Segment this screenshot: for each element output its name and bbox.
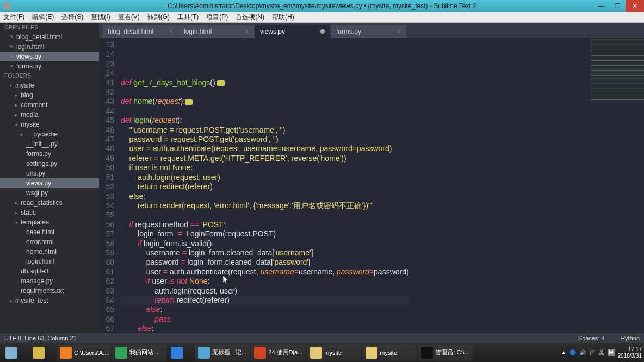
folder-item[interactable]: db.sqlite3 xyxy=(0,266,99,276)
status-spaces[interactable]: Spaces: 4 xyxy=(578,335,605,341)
maximize-button[interactable]: ❐ xyxy=(609,0,626,12)
code-line[interactable] xyxy=(121,88,409,97)
folder-item[interactable]: ▸ static xyxy=(0,208,99,217)
code-line[interactable]: return render(request, 'error.html', {'m… xyxy=(121,201,409,210)
taskbar-item[interactable] xyxy=(29,345,55,361)
code-line[interactable]: pass xyxy=(121,315,409,324)
folder-item[interactable]: login.html xyxy=(0,257,99,266)
minimap[interactable] xyxy=(591,38,644,103)
code-line[interactable]: return redirect(referer) xyxy=(121,182,409,191)
system-tray[interactable]: ▲ 🔵 🔊 🏴 英 M 17:172018/3/31 xyxy=(561,346,642,359)
folder-item[interactable]: ▸ media xyxy=(0,110,99,120)
code-line[interactable] xyxy=(121,107,409,116)
code-line[interactable]: if user is not None: xyxy=(121,277,409,286)
menu-file[interactable]: 文件(F) xyxy=(3,13,24,22)
menu-find[interactable]: 查找(I) xyxy=(91,13,110,22)
folder-item[interactable]: error.html xyxy=(0,237,99,247)
code-line[interactable]: login_form = LoginForm(request.POST) xyxy=(121,229,409,239)
taskbar-item[interactable]: mysite xyxy=(362,345,417,361)
minimize-button[interactable]: — xyxy=(593,0,609,12)
code-line[interactable]: username = login_form.cleaned_data['user… xyxy=(121,248,409,258)
menu-edit[interactable]: 编辑(E) xyxy=(32,13,54,22)
taskbar-item[interactable] xyxy=(2,345,28,361)
menu-view[interactable]: 查看(V) xyxy=(118,13,140,22)
close-tab-icon[interactable]: × xyxy=(398,28,401,35)
folder-item[interactable]: settings.py xyxy=(0,159,99,168)
tray-icon[interactable]: M xyxy=(608,349,614,356)
folder-item[interactable]: forms.py xyxy=(0,149,99,159)
code-line[interactable]: else: xyxy=(121,192,409,201)
menu-goto[interactable]: 转到(G) xyxy=(147,13,170,22)
open-file-item[interactable]: × blog_detail.html xyxy=(0,32,99,42)
menu-project[interactable]: 项目(P) xyxy=(206,13,228,22)
taskbar-item[interactable]: 管理员: C:\... xyxy=(418,345,472,361)
editor-tab[interactable]: views.py xyxy=(255,25,331,38)
code-line[interactable]: password = login_form.cleaned_data['pass… xyxy=(121,258,409,267)
code-line[interactable]: def get_7_days_hot_blogs(): xyxy=(121,78,409,88)
code-line[interactable]: auth.login(request, user) xyxy=(121,173,409,182)
menu-select[interactable]: 选择(S) xyxy=(61,13,83,22)
open-file-item[interactable]: × views.py xyxy=(0,52,99,61)
code-area[interactable]: 1314232441424344454647484950515253545556… xyxy=(99,38,644,333)
folder-item[interactable]: ▸ comment xyxy=(0,100,99,110)
code-line[interactable]: auth.login(request, user) xyxy=(121,286,409,296)
folder-item[interactable]: __init__.py xyxy=(0,139,99,149)
code-line[interactable]: user = auth.authenticate(request, userna… xyxy=(121,267,409,277)
folder-item[interactable]: manage.py xyxy=(0,276,99,286)
editor-tab[interactable]: login.html× xyxy=(178,25,255,38)
folder-item[interactable]: ▾ mysite xyxy=(0,80,99,90)
folder-item[interactable]: ▸ __pycache__ xyxy=(0,129,99,139)
folder-item[interactable]: ▸ read_statistics xyxy=(0,198,99,208)
tray-icon[interactable]: 🔊 xyxy=(579,349,586,355)
tray-icon[interactable]: 英 xyxy=(599,349,604,357)
code-line[interactable]: if login_form.is_valid(): xyxy=(121,239,409,248)
taskbar-item[interactable]: mysite xyxy=(307,345,361,361)
code-line[interactable]: else: xyxy=(121,305,409,314)
code-line[interactable]: referer = request.META.get('HTTP_REFERER… xyxy=(121,154,409,163)
folder-item[interactable]: ▸ mysite_test xyxy=(0,296,99,305)
taskbar-item[interactable]: C:\Users\A... xyxy=(57,345,111,361)
taskbar-item[interactable]: 我的网站... xyxy=(112,345,166,361)
code-line[interactable]: if user is not None: xyxy=(121,163,409,172)
folder-item[interactable]: home.html xyxy=(0,247,99,257)
tray-icon[interactable]: ▲ xyxy=(561,349,566,355)
folder-item[interactable]: ▾ templates xyxy=(0,217,99,227)
code-line[interactable]: def home(request): xyxy=(121,97,409,106)
tab-bar: blog_detail.html×login.html×views.pyform… xyxy=(99,23,644,38)
menu-tools[interactable]: 工具(T) xyxy=(177,13,199,22)
open-file-item[interactable]: × login.html xyxy=(0,42,99,52)
folder-item[interactable]: views.py xyxy=(0,178,99,188)
status-left[interactable]: UTF-8, Line 63, Column 21 xyxy=(4,335,77,341)
tray-icon[interactable]: 🏴 xyxy=(589,349,596,355)
tray-icon[interactable]: 🔵 xyxy=(569,349,576,355)
code-line[interactable]: if request.method == 'POST': xyxy=(121,220,409,229)
folder-item[interactable]: base.html xyxy=(0,227,99,237)
open-file-item[interactable]: × forms.py xyxy=(0,61,99,71)
editor-tab[interactable]: blog_detail.html× xyxy=(102,25,178,38)
folder-item[interactable]: ▸ blog xyxy=(0,90,99,100)
menu-help[interactable]: 帮助(H) xyxy=(272,13,294,22)
status-lang[interactable]: Python xyxy=(621,335,640,341)
code-line[interactable]: '''username = request.POST.get('username… xyxy=(121,126,409,135)
code-line[interactable]: def login(request): xyxy=(121,116,409,125)
folder-item[interactable]: ▾ mysite xyxy=(0,120,99,129)
close-tab-icon[interactable]: × xyxy=(245,28,249,35)
clock[interactable]: 17:172018/3/31 xyxy=(618,346,642,359)
menu-bar: 文件(F) 编辑(E) 选择(S) 查找(I) 查看(V) 转到(G) 工具(T… xyxy=(0,12,644,23)
code-line[interactable] xyxy=(121,68,409,78)
taskbar-item[interactable]: 无标题 - 记... xyxy=(195,345,250,361)
close-button[interactable]: ✕ xyxy=(626,0,644,12)
close-tab-icon[interactable]: × xyxy=(169,28,172,35)
code-line[interactable] xyxy=(121,210,409,220)
code-line[interactable]: else: xyxy=(121,324,409,333)
code-body[interactable]: def get_7_days_hot_blogs(): def home(req… xyxy=(121,38,409,333)
editor-tab[interactable]: forms.py× xyxy=(331,25,407,38)
taskbar-item[interactable]: 24.使用Dja... xyxy=(251,345,306,361)
code-line[interactable]: user = auth.authenticate(request, userna… xyxy=(121,144,409,153)
folder-item[interactable]: wsgi.py xyxy=(0,188,99,198)
code-line[interactable]: password = request.POST.get('password', … xyxy=(121,135,409,144)
menu-prefs[interactable]: 首选项(N) xyxy=(236,13,264,22)
folder-item[interactable]: requirments.txt xyxy=(0,286,99,296)
taskbar-item[interactable] xyxy=(168,345,194,361)
folder-item[interactable]: urls.py xyxy=(0,168,99,178)
